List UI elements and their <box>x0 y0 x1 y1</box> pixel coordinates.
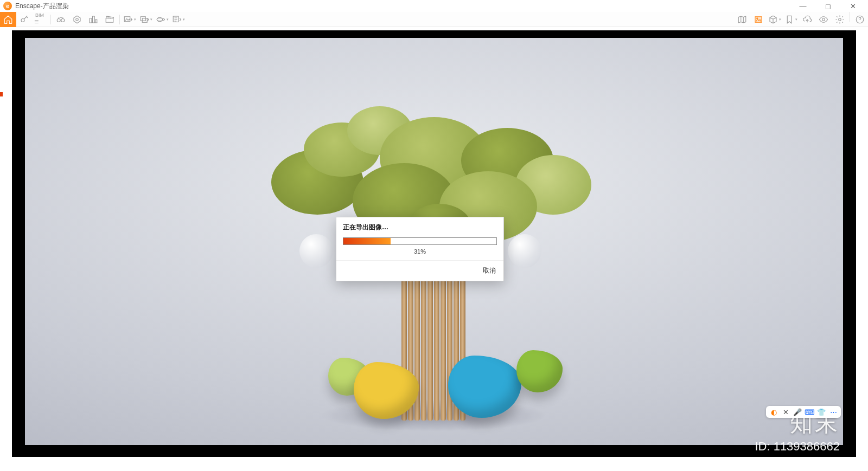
svg-point-12 <box>839 18 841 21</box>
window-maximize-button[interactable]: ◻ <box>820 2 835 10</box>
window-minimize-button[interactable]: — <box>795 2 810 10</box>
bookmark-icon <box>784 15 794 24</box>
bookmarks-button[interactable]: ▾ <box>783 12 799 27</box>
view-orbit-icon <box>72 15 82 24</box>
assets-button[interactable]: ▾ <box>767 12 783 27</box>
enscape-logo-icon: e <box>3 2 12 10</box>
site-context-button[interactable] <box>85 12 101 27</box>
progress-fill <box>343 238 391 244</box>
help-button[interactable] <box>852 12 868 27</box>
cancel-button[interactable]: 取消 <box>483 266 496 275</box>
tray-app-icon[interactable]: 👕 <box>817 408 826 416</box>
export-progress-dialog: 正在导出图像… 31% 取消 <box>336 217 504 281</box>
visibility-button[interactable] <box>815 12 832 27</box>
license-key-button[interactable] <box>16 12 33 27</box>
viewport: 正在导出图像… 31% 取消 知末 ID: 1139386662 ◐ ✕ 🎤 ⌨… <box>0 27 868 471</box>
gallery-button[interactable] <box>750 12 767 27</box>
bim-info-button[interactable]: BIM ≡ <box>33 12 49 27</box>
tray-close-icon[interactable]: ✕ <box>781 408 790 416</box>
gallery-icon <box>754 15 763 24</box>
dropdown-arrow-icon: ▾ <box>150 17 152 22</box>
app-name: Enscape <box>15 2 41 10</box>
window-close-button[interactable]: ✕ <box>845 2 860 10</box>
svg-point-11 <box>822 18 825 21</box>
svg-point-2 <box>61 18 65 22</box>
tray-more-icon[interactable]: ⋯ <box>829 408 838 416</box>
toolbar-separator <box>850 12 850 22</box>
export-360-icon <box>156 15 165 24</box>
video-editor-button[interactable] <box>101 12 118 27</box>
svg-point-10 <box>757 17 758 18</box>
dropdown-arrow-icon: ▾ <box>795 17 797 22</box>
eye-icon <box>819 15 828 24</box>
svg-rect-6 <box>142 18 147 22</box>
svg-point-3 <box>76 18 79 21</box>
tray-keyboard-icon[interactable]: ⌨ <box>805 408 814 416</box>
system-tray: ◐ ✕ 🎤 ⌨ 👕 ⋯ <box>766 406 841 418</box>
asset-box-icon <box>768 15 778 24</box>
settings-button[interactable] <box>832 12 848 27</box>
main-toolbar: BIM ≡ ▾ ▾ ▾ ▾ ▾ ▾ <box>0 12 868 27</box>
home-button[interactable] <box>0 12 16 27</box>
left-ruler <box>0 54 3 471</box>
window-titlebar: e Enscape - 产品渲染 — ◻ ✕ <box>0 0 868 12</box>
tray-mic-icon[interactable]: 🎤 <box>793 408 802 416</box>
dropdown-arrow-icon: ▾ <box>183 17 185 22</box>
toolbar-separator <box>50 15 51 24</box>
svg-rect-5 <box>141 16 145 21</box>
export-image-icon <box>123 15 133 24</box>
watermark-id: ID: 1139386662 <box>755 440 840 454</box>
dropdown-arrow-icon: ▾ <box>134 17 136 22</box>
toolbar-separator <box>119 15 120 24</box>
light-orb <box>508 234 541 268</box>
key-icon <box>20 15 29 24</box>
binoculars-icon <box>56 15 66 24</box>
export-batch-button[interactable]: ▾ <box>138 12 154 27</box>
render-canvas[interactable]: 正在导出图像… 31% 取消 知末 ID: 1139386662 ◐ ✕ 🎤 ⌨… <box>12 30 856 457</box>
dropdown-arrow-icon: ▾ <box>167 17 169 22</box>
progress-percent: 31% <box>336 246 503 260</box>
document-title: 产品渲染 <box>43 2 69 11</box>
tray-enscape-icon[interactable]: ◐ <box>769 408 778 416</box>
orbit-view-button[interactable] <box>69 12 85 27</box>
clapper-icon <box>105 15 114 24</box>
map-button[interactable] <box>734 12 750 27</box>
seat-object <box>516 350 563 392</box>
binoculars-button[interactable] <box>53 12 69 27</box>
svg-point-0 <box>21 18 24 22</box>
export-exe-icon <box>172 15 182 24</box>
upload-cloud-icon <box>802 15 812 24</box>
help-icon <box>855 15 865 24</box>
light-orb <box>299 234 333 268</box>
export-exe-button[interactable]: ▾ <box>170 12 187 27</box>
bim-lines-icon: ≡ <box>34 18 37 25</box>
export-pano-button[interactable]: ▾ <box>154 12 170 27</box>
export-image-button[interactable]: ▾ <box>122 12 138 27</box>
upload-button[interactable] <box>799 12 815 27</box>
home-icon <box>3 15 13 24</box>
map-icon <box>737 15 747 24</box>
cityscape-icon <box>88 15 98 24</box>
progress-bar <box>343 237 497 245</box>
dialog-title: 正在导出图像… <box>336 217 503 235</box>
export-batch-icon <box>139 15 149 24</box>
dropdown-arrow-icon: ▾ <box>779 17 781 22</box>
svg-point-1 <box>57 18 60 22</box>
gear-icon <box>835 15 845 24</box>
